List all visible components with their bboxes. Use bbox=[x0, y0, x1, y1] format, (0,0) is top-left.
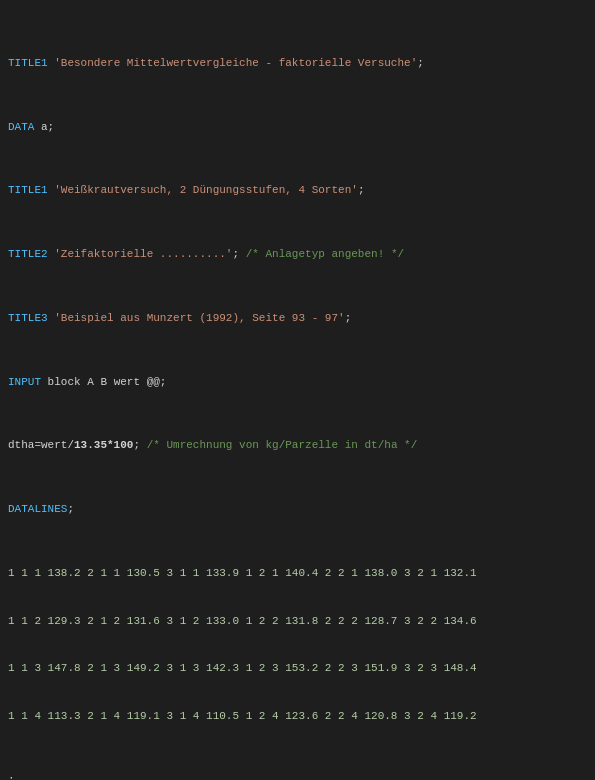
code-line-2: DATA a; bbox=[8, 120, 587, 136]
code-line-13: ; bbox=[8, 773, 587, 780]
code-line-1: TITLE1 'Besondere Mittelwertvergleiche -… bbox=[8, 56, 587, 72]
code-line-7: dtha=wert/13.35*100; /* Umrechnung von k… bbox=[8, 438, 587, 454]
code-line-3: TITLE1 'Weißkrautversuch, 2 Düngungsstuf… bbox=[8, 183, 587, 199]
code-line-5: TITLE3 'Beispiel aus Munzert (1992), Sei… bbox=[8, 311, 587, 327]
code-line-12: 1 1 4 113.3 2 1 4 119.1 3 1 4 110.5 1 2 … bbox=[8, 709, 587, 725]
code-line-8: DATALINES; bbox=[8, 502, 587, 518]
code-line-4: TITLE2 'Zeifaktorielle ..........'; /* A… bbox=[8, 247, 587, 263]
code-line-6: INPUT block A B wert @@; bbox=[8, 375, 587, 391]
code-editor: TITLE1 'Besondere Mittelwertvergleiche -… bbox=[8, 8, 587, 780]
code-line-10: 1 1 2 129.3 2 1 2 131.6 3 1 2 133.0 1 2 … bbox=[8, 614, 587, 630]
code-line-11: 1 1 3 147.8 2 1 3 149.2 3 1 3 142.3 1 2 … bbox=[8, 661, 587, 677]
code-line-9: 1 1 1 138.2 2 1 1 130.5 3 1 1 133.9 1 2 … bbox=[8, 566, 587, 582]
